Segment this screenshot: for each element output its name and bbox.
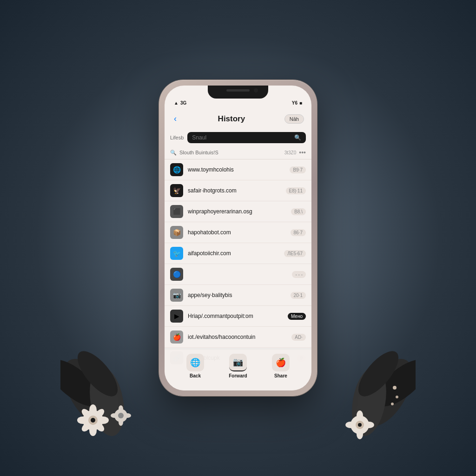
forward-toolbar-label: Forward <box>229 373 247 378</box>
svg-point-2 <box>85 364 129 439</box>
site-icon: 🍎 <box>170 331 183 344</box>
share-toolbar-label: Share <box>274 373 287 378</box>
carrier-icon: Y6 <box>292 100 298 106</box>
back-toolbar-icon: 🌐 <box>186 354 204 371</box>
svg-point-16 <box>118 413 124 418</box>
site-time: 86·7 <box>291 229 306 236</box>
share-toolbar-button[interactable]: 🍎 Share <box>259 354 302 378</box>
site-icon: 🐦 <box>170 247 183 260</box>
history-list-item[interactable]: 📷appe/sey·balitybis20·1 <box>165 285 311 306</box>
bottom-toolbar: 🌐 Back 📷 Forward 🍎 Share <box>165 349 311 390</box>
site-url: iot./evitahos/hacooncontuin <box>188 334 287 340</box>
site-time: ЛЕ5·67 <box>284 250 306 257</box>
filter-icon: 🔍 <box>170 150 177 156</box>
action-button[interactable]: Nāh <box>284 114 304 124</box>
filter-date: 3t3Z0 <box>284 150 297 155</box>
history-list-item[interactable]: 🦅safair·ihotgrots.comE8)·11 <box>165 180 311 201</box>
back-toolbar-button[interactable]: 🌐 Back <box>174 354 217 378</box>
site-url: Hriap/.commantpoutpit:om <box>188 313 283 319</box>
forward-toolbar-icon: 📷 <box>229 354 247 371</box>
history-list-item[interactable]: ▶Hriap/.commantpoutpit:omМено <box>165 306 311 327</box>
page-title: History <box>218 114 245 124</box>
svg-point-18 <box>124 413 131 418</box>
filter-row: 🔍 Slouth Buintuis!S 3t3Z0 ••• <box>165 146 311 159</box>
svg-point-7 <box>89 404 97 416</box>
search-row: Lifesb 🔍 <box>165 129 311 146</box>
site-url: www.toymhcolohis <box>188 166 285 173</box>
svg-point-19 <box>119 418 123 426</box>
site-icon: ⬛ <box>170 205 183 218</box>
history-list-item[interactable]: 🍎iot./evitahos/hacooncontuinAD· <box>165 327 311 348</box>
svg-point-25 <box>350 416 369 434</box>
site-icon: ▶ <box>170 310 183 323</box>
svg-point-27 <box>358 423 362 427</box>
svg-point-34 <box>391 403 394 405</box>
svg-point-6 <box>91 418 95 423</box>
svg-point-14 <box>80 421 92 433</box>
svg-point-20 <box>111 413 118 418</box>
speaker <box>226 89 250 92</box>
svg-point-30 <box>357 429 363 439</box>
svg-point-3 <box>71 345 124 403</box>
network-type: 3G <box>180 100 186 106</box>
history-list-item[interactable]: 🔵- - - <box>165 264 311 285</box>
svg-point-29 <box>364 422 374 428</box>
svg-point-17 <box>119 405 123 413</box>
svg-point-1 <box>60 351 108 415</box>
svg-point-33 <box>396 396 398 398</box>
site-url: safair·ihotgrots.com <box>188 187 281 194</box>
site-time: 20·1 <box>291 292 306 299</box>
search-label: Lifesb <box>170 135 184 140</box>
site-icon: 🦅 <box>170 184 183 197</box>
svg-point-0 <box>60 351 123 434</box>
site-icon: 🌐 <box>170 163 183 176</box>
site-url: hapohatobot.com <box>188 229 286 236</box>
history-list-item[interactable]: 🌐www.toymhcolohisB9·7 <box>165 159 311 180</box>
svg-point-8 <box>98 416 109 424</box>
svg-point-21 <box>353 351 416 434</box>
svg-point-24 <box>351 345 405 403</box>
share-toolbar-icon: 🍎 <box>272 354 290 371</box>
svg-point-13 <box>80 407 92 419</box>
phone-mockup: ▲ 3G Y6 ■ ‹ History Nāh Lifesb 🔍 <box>159 80 317 396</box>
phone-notch <box>208 86 268 99</box>
history-list-item[interactable]: 📦hapohatobot.com86·7 <box>165 222 311 243</box>
filter-text: Slouth Buintuis!S <box>179 150 282 155</box>
site-icon: 📷 <box>170 289 183 302</box>
back-button[interactable]: ‹ <box>172 112 178 126</box>
site-icon: 🔵 <box>170 268 183 281</box>
history-list-item[interactable]: ⬛winpraphoyererarinan.osgB8.\ <box>165 201 311 222</box>
battery-icon: ■ <box>299 100 302 106</box>
svg-point-4 <box>83 410 103 430</box>
search-bar[interactable]: 🔍 <box>187 132 306 143</box>
svg-point-10 <box>77 416 88 424</box>
svg-point-11 <box>94 407 106 419</box>
site-url: aifapotoiichir.com <box>188 250 279 257</box>
camera <box>254 88 258 93</box>
site-time: B9·7 <box>290 166 306 173</box>
navigation-bar: ‹ History Nāh <box>165 108 311 129</box>
svg-point-15 <box>114 409 127 422</box>
site-time: - - - <box>292 271 306 278</box>
site-time: Мено <box>288 313 306 320</box>
history-list: 🌐www.toymhcolohisB9·7🦅safair·ihotgrots.c… <box>165 159 311 369</box>
forward-toolbar-button[interactable]: 📷 Forward <box>217 354 259 378</box>
svg-point-12 <box>94 421 106 433</box>
svg-point-23 <box>347 364 391 439</box>
site-url: appe/sey·balitybis <box>188 292 286 298</box>
site-time: E8)·11 <box>286 187 306 194</box>
history-list-item[interactable]: 🐦aifapotoiichir.comЛЕ5·67 <box>165 243 311 264</box>
site-icon: 📦 <box>170 226 183 239</box>
search-icon[interactable]: 🔍 <box>294 134 301 141</box>
site-url: winpraphoyererarinan.osg <box>188 208 286 215</box>
svg-point-22 <box>368 351 416 415</box>
svg-point-26 <box>356 421 364 429</box>
svg-point-31 <box>345 422 356 428</box>
search-input[interactable] <box>192 134 291 141</box>
site-time: AD· <box>291 334 306 341</box>
wifi-icon: ▲ <box>174 100 178 106</box>
plant-left-decoration <box>60 299 153 448</box>
more-options-icon[interactable]: ••• <box>299 149 306 156</box>
plant-right-decoration <box>323 299 416 448</box>
svg-point-32 <box>393 386 397 390</box>
